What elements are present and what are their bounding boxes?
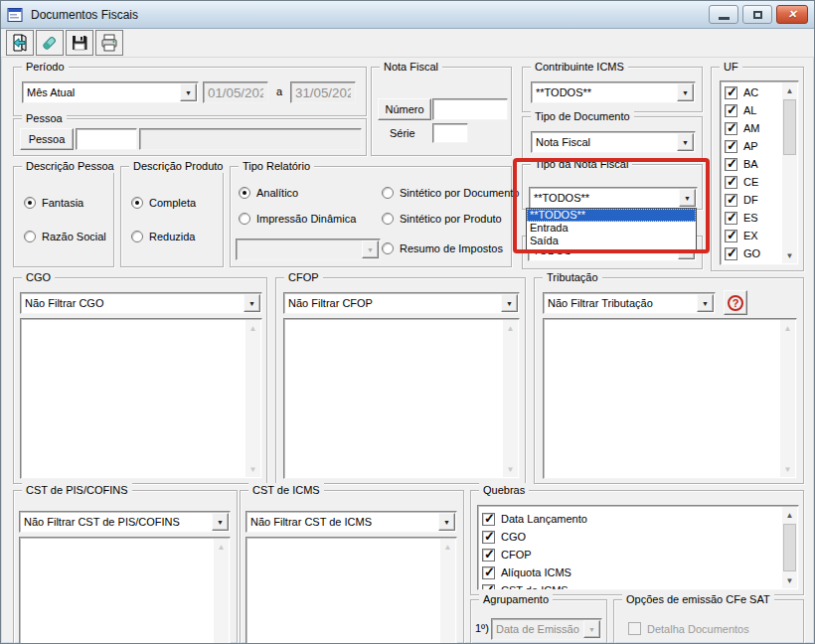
radio-resumo-impostos[interactable]: Resumo de Impostos — [382, 242, 503, 254]
radio-icon[interactable] — [382, 213, 394, 225]
radio-icon[interactable] — [239, 187, 250, 199]
dropdown-option-saida[interactable]: Saída — [527, 235, 696, 247]
radio-sintetico-documento[interactable]: Sintético por Documento — [382, 187, 519, 199]
close-button[interactable] — [776, 5, 808, 24]
chevron-down-icon[interactable] — [212, 513, 229, 531]
radio-reduzida[interactable]: Reduzida — [131, 231, 195, 242]
radio-completa[interactable]: Completa — [131, 197, 196, 209]
radio-sintetico-produto[interactable]: Sintético por Produto — [382, 213, 502, 225]
checkbox-icon[interactable] — [482, 513, 495, 526]
radio-icon[interactable] — [131, 231, 143, 242]
checkbox-icon[interactable] — [482, 584, 495, 591]
cst-pis-cofins-combo[interactable]: Não Filtrar CST de PIS/COFINS — [19, 511, 231, 533]
chevron-down-icon[interactable] — [244, 294, 260, 312]
quebras-item[interactable]: CST de ICMS — [478, 581, 798, 590]
tipo-nota-fiscal-combo[interactable]: **TODOS** — [529, 187, 698, 209]
scroll-down-icon — [780, 461, 795, 477]
checkbox-icon[interactable] — [725, 140, 737, 153]
checkbox-icon[interactable] — [725, 104, 737, 117]
quebras-item-label: CST de ICMS — [501, 584, 569, 590]
radio-icon[interactable] — [24, 197, 36, 209]
quebras-scrollbar[interactable] — [782, 507, 797, 588]
cst-icms-caption: CST de ICMS — [248, 483, 324, 497]
radio-icon[interactable] — [239, 213, 250, 225]
cfop-filter-combo[interactable]: Não Filtrar CFOP — [283, 292, 520, 314]
nota-fiscal-group: Nota Fiscal Número Série — [371, 67, 512, 156]
radio-impressao-dinamica[interactable]: Impressão Dinâmica — [239, 213, 356, 225]
checkbox-icon[interactable] — [725, 212, 737, 225]
uf-scrollbar[interactable] — [782, 82, 797, 263]
checkbox-icon[interactable] — [482, 531, 495, 544]
radio-icon[interactable] — [382, 187, 394, 199]
uf-item-label: DF — [743, 194, 758, 206]
tipo-relatorio-group: Tipo Relatório Analítico Impressão Dinâm… — [230, 166, 512, 267]
checkbox-icon[interactable] — [725, 122, 737, 135]
scroll-up-icon — [214, 539, 229, 555]
checkbox-icon[interactable] — [725, 176, 737, 189]
checkbox-icon[interactable] — [482, 566, 495, 579]
chevron-down-icon[interactable] — [677, 83, 694, 101]
numero-button[interactable]: Número — [378, 98, 431, 120]
contribuinte-icms-combo[interactable]: **TODOS** — [531, 81, 696, 103]
chevron-down-icon[interactable] — [180, 83, 197, 101]
clear-button[interactable] — [36, 30, 64, 56]
chevron-down-icon[interactable] — [501, 294, 518, 312]
quebras-item[interactable]: Alíquota ICMS — [478, 564, 798, 581]
checkbox-icon[interactable] — [725, 194, 737, 207]
quebras-item[interactable]: CGO — [478, 528, 798, 546]
documentos-fiscais-window: Documentos Fiscais Período Mês Atual a — [0, 0, 815, 644]
scroll-up-icon[interactable] — [782, 507, 797, 523]
chevron-down-icon[interactable] — [677, 133, 694, 151]
descricao-produto-caption: Descrição Produto — [129, 159, 228, 173]
dropdown-option-entrada[interactable]: Entrada — [527, 222, 696, 235]
scroll-down-icon[interactable] — [782, 247, 797, 263]
print-button[interactable] — [95, 30, 123, 56]
radio-analitico[interactable]: Analítico — [239, 187, 298, 199]
tributacao-help-button[interactable]: ? — [724, 290, 747, 315]
radio-razao-social[interactable]: Razão Social — [24, 231, 106, 242]
radio-icon[interactable] — [131, 197, 143, 209]
scroll-thumb[interactable] — [783, 99, 796, 155]
tributacao-caption: Tributação — [543, 270, 602, 284]
chevron-down-icon[interactable] — [697, 294, 714, 312]
radio-icon[interactable] — [382, 242, 394, 254]
tributacao-filter-combo[interactable]: Não Filtrar Tributação — [543, 292, 716, 314]
chevron-down-icon[interactable] — [679, 189, 696, 207]
chevron-down-icon[interactable] — [438, 513, 455, 531]
save-button[interactable] — [66, 30, 93, 56]
exit-button[interactable] — [6, 30, 34, 56]
radio-fantasia[interactable]: Fantasia — [24, 197, 83, 209]
cgo-filter-value: Não Filtrar CGO — [21, 297, 244, 309]
cst-icms-combo[interactable]: Não Filtrar CST de ICMS — [245, 511, 457, 533]
checkbox-icon[interactable] — [482, 549, 495, 562]
quebras-item[interactable]: CFOP — [478, 546, 798, 564]
pessoa-code-field[interactable] — [76, 128, 137, 150]
cst-pis-cofins-scrollbar — [214, 539, 229, 644]
radio-icon[interactable] — [24, 231, 36, 242]
scroll-thumb[interactable] — [783, 524, 796, 571]
checkbox-icon[interactable] — [725, 247, 737, 260]
maximize-button[interactable] — [742, 5, 772, 24]
dropdown-option-todos[interactable]: **TODOS** — [527, 209, 696, 222]
cgo-filter-combo[interactable]: Não Filtrar CGO — [20, 292, 262, 314]
opcoes-cfe-sat-caption: Opções de emissão CFe SAT — [622, 592, 774, 606]
pessoa-button[interactable]: Pessoa — [20, 128, 74, 150]
tipo-documento-combo[interactable]: Nota Fiscal — [531, 131, 696, 153]
scroll-down-icon[interactable] — [782, 572, 797, 588]
tipo-documento-value: Nota Fiscal — [532, 136, 677, 148]
detalha-documentos-checkbox: Detalha Documentos — [628, 622, 749, 635]
quebras-group: Quebras Data Lançamento CGO CFOP Alíquot… — [470, 490, 804, 595]
quebras-item[interactable]: Data Lançamento — [478, 510, 798, 528]
radio-label: Fantasia — [42, 197, 83, 209]
checkbox-icon[interactable] — [725, 86, 737, 99]
cfop-caption: CFOP — [284, 270, 323, 284]
minimize-icon — [719, 17, 730, 20]
checkbox-icon[interactable] — [725, 158, 737, 171]
serie-field[interactable] — [432, 123, 468, 143]
numero-field[interactable] — [432, 98, 508, 120]
scroll-up-icon[interactable] — [782, 82, 797, 98]
periodo-preset-combo[interactable]: Mês Atual — [22, 81, 199, 103]
start-date-field — [203, 81, 268, 103]
minimize-button[interactable] — [709, 5, 738, 24]
checkbox-icon[interactable] — [725, 230, 737, 242]
